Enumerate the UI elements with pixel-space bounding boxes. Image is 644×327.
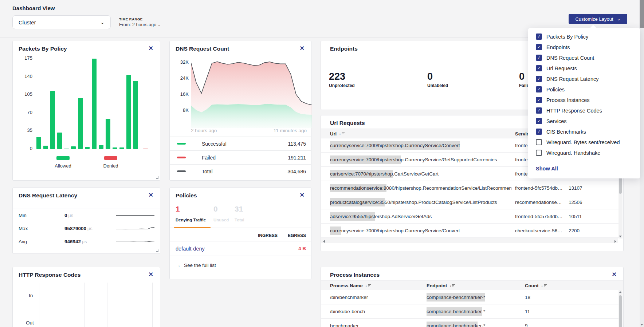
scroll-down-icon[interactable] (640, 324, 643, 326)
column-label: Count (525, 283, 539, 288)
allowed-bar (99, 145, 103, 149)
allowed-bar (64, 148, 69, 149)
close-icon[interactable]: ✕ (300, 192, 305, 198)
menu-item-label: Endpoints (546, 44, 570, 50)
table-row[interactable]: adservice:9555/hipstershop.AdService/Get… (321, 209, 619, 224)
close-icon[interactable]: ✕ (612, 271, 617, 278)
column-header-egress: EGRESS (288, 233, 306, 238)
active-tab-underline (174, 227, 211, 228)
latency-value: 95879000 (64, 226, 86, 231)
count-cell: 11 (525, 304, 561, 319)
column-header-process-name[interactable]: Process Name ↓ (330, 281, 371, 291)
legend-label: Denied (94, 163, 127, 169)
column-header-url[interactable]: Url ↓ (330, 129, 345, 139)
checkbox-checked-icon[interactable]: ✓ (536, 65, 542, 71)
resize-handle[interactable] (156, 176, 158, 179)
failed-swatch-icon (177, 157, 186, 158)
gridline (39, 283, 39, 327)
table-row[interactable]: /bin/kube-benchcompliance-benchmarker-*1… (321, 304, 619, 319)
yaxis-tick: 24K (175, 75, 189, 81)
sparkline-chart (115, 226, 155, 232)
policy-link[interactable]: default-deny (176, 241, 205, 256)
service-cell: frontend-5fc5754db… (515, 209, 565, 224)
window-scrollbar[interactable] (640, 0, 644, 327)
tab-unused[interactable]: Unused (213, 218, 229, 222)
checkbox-unchecked-icon[interactable] (536, 150, 542, 156)
checkbox-unchecked-icon[interactable] (536, 139, 542, 145)
menu-item[interactable]: ✓HTTP Response Codes (536, 107, 633, 114)
yaxis-tick: 32K (175, 59, 189, 65)
customize-layout-label: Customize Layout (575, 16, 613, 22)
close-icon[interactable]: ✕ (149, 192, 153, 198)
scroll-up-icon[interactable] (619, 291, 622, 293)
scrollbar-thumb[interactable] (640, 0, 644, 28)
checkbox-checked-icon[interactable]: ✓ (536, 97, 542, 103)
menu-item[interactable]: Wireguard. Bytes sent/received (536, 139, 633, 145)
menu-item[interactable]: ✓DNS Request Latency (536, 76, 633, 82)
horizontal-scrollbar[interactable] (321, 239, 618, 243)
policy-row: default-deny – 4 B (170, 241, 311, 256)
scroll-right-icon[interactable] (614, 240, 616, 243)
scrollbar-thumb[interactable] (619, 295, 622, 327)
tab-total[interactable]: Total (235, 218, 244, 222)
close-icon[interactable]: ✕ (149, 271, 153, 278)
column-header-ingress: INGRESS (258, 233, 278, 238)
table-row[interactable]: /bin/benchmarkercompliance-benchmarker-*… (321, 290, 619, 304)
time-range-value[interactable]: From: 2 hours ago ⌄ (119, 22, 161, 27)
show-all-link[interactable]: Show All (536, 166, 558, 172)
allowed-bar (43, 146, 48, 149)
legend-label: Successful (202, 141, 227, 147)
menu-item[interactable]: ✓Endpoints (536, 44, 633, 50)
legend-value: 113,475 (288, 141, 306, 147)
card-title: DNS Request Latency (19, 192, 77, 199)
allowed-bar (50, 91, 55, 149)
checkbox-checked-icon[interactable]: ✓ (536, 76, 542, 82)
menu-item[interactable]: ✓Packets By Policy (536, 34, 633, 40)
count-cell: 12506 (569, 195, 609, 209)
column-header-endpoint[interactable]: Endpoint ↓ (427, 281, 455, 291)
menu-item-label: Process Instances (546, 97, 589, 103)
close-icon[interactable]: ✕ (300, 45, 305, 52)
latency-value: 0 (64, 213, 67, 218)
latency-unit: µs (82, 239, 87, 244)
highlighted-text: curre (330, 226, 341, 235)
menu-item[interactable]: Wireguard. Handshake (536, 150, 633, 156)
menu-item-label: Url Requests (546, 66, 577, 71)
checkbox-checked-icon[interactable]: ✓ (536, 129, 542, 135)
view-select[interactable]: Cluster ⌄ (12, 15, 111, 29)
customize-layout-button[interactable]: Customize Layout ⌄ (569, 14, 627, 24)
highlighted-text: productcatalogservice:35 (330, 198, 385, 206)
table-row[interactable]: currencyservice:7000/hipstershop.Currenc… (321, 224, 619, 238)
checkbox-checked-icon[interactable]: ✓ (536, 107, 542, 114)
checkbox-checked-icon[interactable]: ✓ (536, 55, 542, 61)
allowed-bar (78, 98, 83, 149)
table-row[interactable]: recommendationservice:8080/hipstershop.R… (321, 181, 619, 195)
checkbox-checked-icon[interactable]: ✓ (536, 34, 542, 40)
table-row[interactable]: benchmarkercompliance-benchmarker-*9 (321, 319, 619, 327)
menu-item[interactable]: ✓Process Instances (536, 97, 633, 103)
process-name-cell: /bin/kube-bench (330, 304, 421, 319)
menu-item[interactable]: ✓Url Requests (536, 65, 633, 71)
close-icon[interactable]: ✕ (149, 45, 153, 52)
column-header-count[interactable]: Count ↓ (525, 281, 547, 291)
scroll-down-icon[interactable] (619, 236, 622, 237)
vertical-scrollbar[interactable] (619, 290, 623, 327)
stat-label: Unlabeled (427, 83, 448, 88)
menu-item[interactable]: ✓DNS Request Count (536, 55, 633, 61)
allowed-bar (36, 137, 41, 149)
arrow-right-icon: → (176, 262, 181, 268)
table-row[interactable]: productcatalogservice:3550/hipstershop.P… (321, 195, 619, 209)
scroll-left-icon[interactable] (323, 240, 325, 243)
checkbox-checked-icon[interactable]: ✓ (536, 118, 542, 124)
legend-allowed: Allowed (47, 155, 79, 169)
resize-handle[interactable] (156, 249, 158, 252)
menu-item[interactable]: ✓Policies (536, 86, 633, 92)
checkbox-checked-icon[interactable]: ✓ (536, 86, 542, 92)
menu-item[interactable]: ✓CIS Benchmarks (536, 129, 633, 135)
tab-denying-traffic[interactable]: Denying Traffic (176, 218, 206, 222)
legend-value: 304,686 (287, 169, 306, 174)
legend-label: Allowed (47, 163, 79, 169)
checkbox-checked-icon[interactable]: ✓ (536, 44, 542, 50)
menu-item[interactable]: ✓Services (536, 118, 633, 124)
see-full-list-link[interactable]: → See the full list (176, 262, 216, 268)
